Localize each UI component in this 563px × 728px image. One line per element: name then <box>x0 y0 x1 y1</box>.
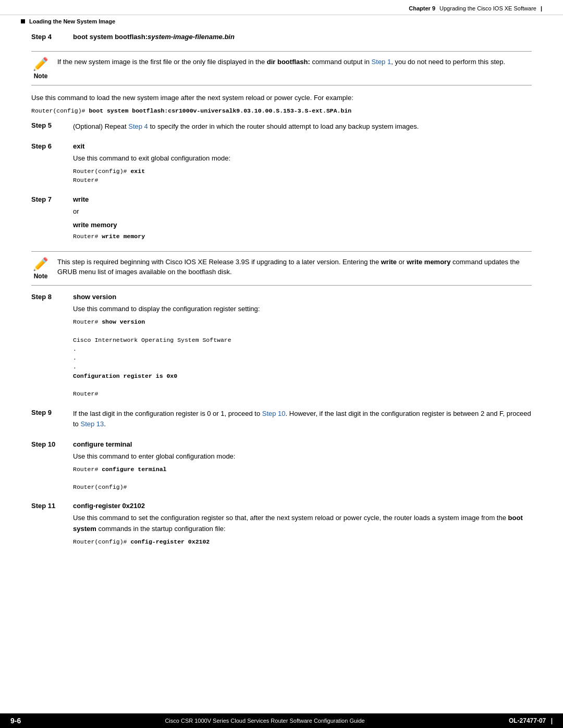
step-9-row: Step 9 If the last digit in the configur… <box>31 409 532 433</box>
note-step7-text: This step is required beginning with Cis… <box>57 257 532 277</box>
step-5-row: Step 5 (Optional) Repeat Step 4 to speci… <box>31 121 532 135</box>
step-5-label: Step 5 <box>31 121 68 135</box>
step-8-title: show version <box>73 293 532 301</box>
step-11-code: Router(config)# config-register 0x2102 <box>73 537 532 546</box>
pencil-icon-2: ✏️ <box>33 257 48 272</box>
note-step4-text: If the new system image is the first fil… <box>57 57 532 67</box>
pencil-icon: ✏️ <box>33 57 48 71</box>
footer-doc-id: OL-27477-07 | <box>509 717 553 724</box>
main-content: Step 4 boot system bootflash:system-imag… <box>0 28 563 567</box>
step-10-body: Use this command to enter global configu… <box>73 451 532 462</box>
header-chapter-title: Upgrading the Cisco IOS XE Software <box>439 5 536 11</box>
sub-header-bullet <box>21 19 25 23</box>
step4-link[interactable]: Step 4 <box>128 122 148 130</box>
note-label-2: Note <box>34 273 48 280</box>
page-header: Chapter 9 Upgrading the Cisco IOS XE Sof… <box>0 0 563 15</box>
note-step7: ✏️ Note This step is required beginning … <box>31 251 532 286</box>
step-10-code: Router# configure terminal Router(config… <box>73 465 532 492</box>
footer-doc-title: Cisco CSR 1000V Series Cloud Services Ro… <box>21 718 509 724</box>
footer-page-number: 9-6 <box>10 717 21 725</box>
page-footer: 9-6 Cisco CSR 1000V Series Cloud Service… <box>0 713 563 728</box>
step-4-content: boot system bootflash:system-image-filen… <box>73 33 532 44</box>
step-4-row: Step 4 boot system bootflash:system-imag… <box>31 33 532 44</box>
step-11-row: Step 11 config-register 0x2102 Use this … <box>31 502 532 549</box>
step10-link[interactable]: Step 10 <box>262 410 286 417</box>
note-label: Note <box>34 72 48 80</box>
step-7-code: Router# write memory <box>73 232 532 241</box>
step-10-title: configure terminal <box>73 440 532 448</box>
step-7-row: Step 7 write or write memory Router# wri… <box>31 195 532 244</box>
step-7-title: write <box>73 195 532 203</box>
step1-link[interactable]: Step 1 <box>372 58 391 66</box>
step13-link[interactable]: Step 13 <box>80 420 104 428</box>
step-6-label: Step 6 <box>31 142 68 188</box>
note-icon-step7: ✏️ Note <box>31 257 50 280</box>
step-6-body: Use this command to exit global configur… <box>73 153 532 164</box>
step-11-label: Step 11 <box>31 502 68 549</box>
step-5-text: (Optional) Repeat Step 4 to specify the … <box>73 121 532 132</box>
step-8-row: Step 8 show version Use this command to … <box>31 293 532 401</box>
step-8-label: Step 8 <box>31 293 68 401</box>
step-10-label: Step 10 <box>31 440 68 495</box>
step-7-content: write or write memory Router# write memo… <box>73 195 532 244</box>
step-4-code: Router(config)# boot system bootflash:cs… <box>31 106 532 115</box>
step-11-title: config-register 0x2102 <box>73 502 532 510</box>
step-4-label: Step 4 <box>31 33 68 44</box>
step-11-content: config-register 0x2102 Use this command … <box>73 502 532 549</box>
header-right: Chapter 9 Upgrading the Cisco IOS XE Sof… <box>409 5 542 11</box>
header-divider: | <box>541 5 542 11</box>
step-11-body: Use this command to set the configuratio… <box>73 513 532 534</box>
step-4-title: boot system bootflash:system-image-filen… <box>73 33 532 41</box>
sub-header: Loading the New System Image <box>0 15 563 28</box>
note-icon-step4: ✏️ Note <box>31 57 50 80</box>
step-6-code: Router(config)# exit Router# <box>73 167 532 185</box>
sub-header-title: Loading the New System Image <box>29 18 115 24</box>
step-9-text: If the last digit in the configuration r… <box>73 409 532 429</box>
header-chapter: Chapter 9 <box>409 5 435 11</box>
step-10-content: configure terminal Use this command to e… <box>73 440 532 495</box>
step-6-row: Step 6 exit Use this command to exit glo… <box>31 142 532 188</box>
step-5-content: (Optional) Repeat Step 4 to specify the … <box>73 121 532 135</box>
step-6-content: exit Use this command to exit global con… <box>73 142 532 188</box>
step-7-sub-title: write memory <box>73 221 532 229</box>
note-step4: ✏️ Note If the new system image is the f… <box>31 51 532 85</box>
step-10-row: Step 10 configure terminal Use this comm… <box>31 440 532 495</box>
footer-divider: | <box>551 717 553 724</box>
step-6-title: exit <box>73 142 532 150</box>
step-9-content: If the last digit in the configuration r… <box>73 409 532 433</box>
step-7-or: or <box>73 206 532 217</box>
step-4-body: Use this command to load the new system … <box>31 93 532 115</box>
step-8-content: show version Use this command to display… <box>73 293 532 401</box>
step-8-code: Router# show version Cisco Internetwork … <box>73 317 532 398</box>
step-8-body: Use this command to display the configur… <box>73 304 532 314</box>
step-9-label: Step 9 <box>31 409 68 433</box>
step-4-body-text: Use this command to load the new system … <box>31 93 532 103</box>
step-7-label: Step 7 <box>31 195 68 244</box>
